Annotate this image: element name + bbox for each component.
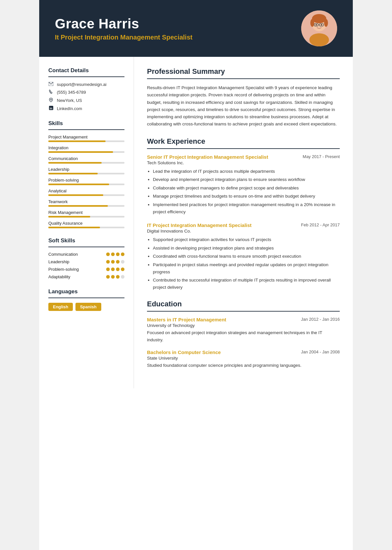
dot-filled	[116, 275, 120, 279]
soft-skills-list: CommunicationLeadershipProblem-solvingAd…	[48, 252, 124, 279]
soft-skills-section: Soft Skills CommunicationLeadershipProbl…	[48, 237, 124, 279]
skill-bar-background	[48, 205, 124, 207]
skill-item: Project Management	[48, 135, 124, 142]
skill-bar-background	[48, 140, 124, 142]
skill-bar-background	[48, 151, 124, 153]
work-bullet: Participated in project status meetings …	[153, 261, 340, 275]
linkedin-icon: in	[48, 106, 54, 111]
edu-entry-header: Bachelors in Computer Science Jan 2004 -…	[147, 349, 340, 355]
edu-entry-header: Masters in IT Project Management Jan 201…	[147, 317, 340, 322]
language-tag: Spanish	[75, 303, 101, 311]
phone-text: (555) 345-6789	[57, 90, 86, 95]
skill-bar-fill	[48, 227, 100, 228]
skill-bar-background	[48, 227, 124, 228]
education-divider	[147, 311, 340, 312]
skill-name: Teamwork	[48, 199, 124, 204]
linkedin-text: LinkedIn.com	[57, 106, 82, 111]
skill-item: Leadership	[48, 167, 124, 174]
dot-filled	[106, 275, 110, 279]
candidate-photo	[301, 10, 337, 46]
skill-bar-fill	[48, 151, 113, 153]
soft-skill-dots	[106, 267, 124, 271]
work-company: Digital Innovations Co.	[147, 229, 340, 234]
work-entries: Senior IT Project Integration Management…	[147, 154, 340, 291]
contact-section: Contact Details support@resumedesign.ai(…	[48, 67, 124, 111]
skill-bar-background	[48, 216, 124, 218]
dot-filled	[121, 252, 124, 256]
skill-item: Communication	[48, 156, 124, 164]
phone-icon	[48, 89, 54, 95]
dot-empty	[121, 275, 124, 279]
work-title-text: IT Project Integration Management Specia…	[147, 222, 252, 228]
edu-date: Jan 2012 - Jan 2016	[301, 317, 340, 322]
education-title: Education	[147, 300, 340, 308]
email-text: support@resumedesign.ai	[57, 82, 106, 87]
work-bullet: Assisted in developing project integrati…	[153, 245, 340, 252]
edu-date: Jan 2004 - Jan 2008	[301, 349, 340, 354]
skill-item: Analytical	[48, 188, 124, 196]
dot-filled	[116, 252, 120, 256]
header-section: Grace Harris It Project Integration Mana…	[39, 0, 353, 57]
skills-section: Skills Project ManagementIntegrationComm…	[48, 120, 124, 228]
skill-bar-background	[48, 173, 124, 174]
skill-name: Leadership	[48, 167, 124, 172]
education-entries: Masters in IT Project Management Jan 201…	[147, 317, 340, 369]
soft-skills-title: Soft Skills	[48, 237, 124, 244]
skills-list: Project ManagementIntegrationCommunicati…	[48, 135, 124, 228]
location-icon	[48, 98, 54, 103]
skill-item: Integration	[48, 145, 124, 153]
work-date: Feb 2012 - Apr 2017	[301, 222, 340, 227]
email-icon	[48, 82, 54, 87]
dot-filled	[106, 260, 110, 264]
candidate-title: It Project Integration Management Specia…	[55, 34, 192, 41]
edu-degree: Masters in IT Project Management	[147, 317, 226, 322]
language-tag: English	[48, 303, 73, 311]
work-title-text: Senior IT Project Integration Management…	[147, 154, 268, 160]
svg-point-9	[316, 24, 317, 25]
dot-filled	[121, 267, 124, 271]
skill-item: Problem-solving	[48, 178, 124, 185]
soft-skill-name: Adaptability	[48, 274, 70, 279]
dot-filled	[111, 252, 115, 256]
work-divider	[147, 148, 340, 149]
soft-skill-name: Leadership	[48, 259, 69, 264]
skill-name: Integration	[48, 145, 124, 150]
edu-description: Studied foundational computer science pr…	[147, 362, 340, 369]
skill-bar-fill	[48, 216, 90, 218]
dot-filled	[106, 267, 110, 271]
skill-item: Quality Assurance	[48, 221, 124, 228]
work-bullet: Coordinated with cross-functional teams …	[153, 253, 340, 260]
work-bullet: Manage project timelines and budgets to …	[153, 193, 340, 200]
sidebar: Contact Details support@resumedesign.ai(…	[39, 57, 134, 388]
svg-text:in: in	[50, 107, 52, 110]
work-date: May 2017 - Present	[303, 154, 340, 159]
work-entry: IT Project Integration Management Specia…	[147, 222, 340, 291]
svg-point-12	[50, 99, 52, 100]
contact-item: support@resumedesign.ai	[48, 82, 124, 87]
soft-skill-item: Adaptability	[48, 274, 124, 279]
work-company: Tech Solutions Inc.	[147, 160, 340, 165]
svg-point-5	[324, 19, 328, 27]
skill-name: Problem-solving	[48, 178, 124, 183]
edu-degree: Bachelors in Computer Science	[147, 349, 221, 355]
contact-item: inLinkedIn.com	[48, 106, 124, 111]
summary-title: Professional Summary	[147, 67, 340, 76]
dot-filled	[116, 260, 120, 264]
soft-skill-item: Communication	[48, 252, 124, 257]
svg-point-1	[309, 33, 329, 46]
work-entry-header: Senior IT Project Integration Management…	[147, 154, 340, 160]
work-bullet: Collaborate with project managers to def…	[153, 185, 340, 192]
skill-bar-background	[48, 194, 124, 196]
skill-bar-background	[48, 184, 124, 185]
soft-skill-item: Leadership	[48, 259, 124, 264]
dot-filled	[111, 267, 115, 271]
education-entry: Bachelors in Computer Science Jan 2004 -…	[147, 349, 340, 369]
dot-filled	[111, 275, 115, 279]
skills-title: Skills	[48, 120, 124, 127]
contact-title: Contact Details	[48, 67, 124, 74]
edu-description: Focused on advanced project integration …	[147, 329, 340, 343]
language-tags: EnglishSpanish	[48, 303, 124, 311]
skill-bar-fill	[48, 162, 102, 164]
resume-container: Grace Harris It Project Integration Mana…	[39, 0, 353, 550]
header-left: Grace Harris It Project Integration Mana…	[55, 16, 192, 41]
